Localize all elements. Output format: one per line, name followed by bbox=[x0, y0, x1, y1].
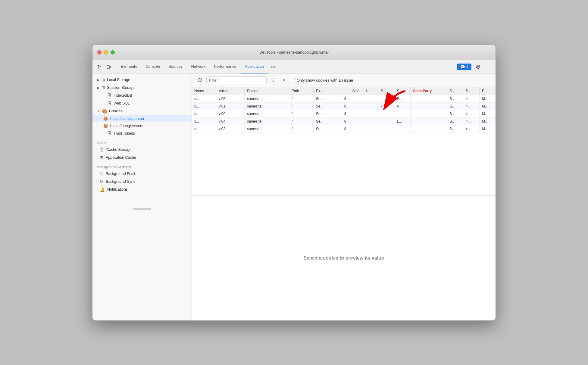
close-button[interactable] bbox=[97, 50, 102, 55]
cache-storage-label: Cache Storage bbox=[106, 148, 131, 152]
tab-more-button[interactable]: >> bbox=[268, 60, 278, 73]
table-cell bbox=[394, 110, 411, 118]
table-cell bbox=[378, 125, 394, 133]
table-cell: samesite... bbox=[245, 118, 289, 125]
tab-sources[interactable]: Sources bbox=[164, 60, 187, 73]
issues-button[interactable]: 💬 4 bbox=[457, 64, 471, 70]
window-title: DevTools - samesite-sandbox.glitch.me/ bbox=[259, 50, 329, 55]
tab-console[interactable]: Console bbox=[141, 60, 164, 73]
table-cell: 4... bbox=[463, 125, 479, 133]
main-layout: ▶ ⊞ Local Storage ▶ ⊞ Session Storage 🗄 … bbox=[92, 73, 496, 320]
table-cell: vl01 bbox=[216, 103, 245, 110]
filter-icon[interactable] bbox=[269, 76, 277, 84]
table-cell: 8 bbox=[342, 125, 362, 133]
cookie-samesite-icon: 🍪 bbox=[103, 117, 108, 121]
titlebar: DevTools - samesite-sandbox.glitch.me/ bbox=[92, 45, 496, 60]
col-header-sameparty[interactable]: SameParty bbox=[411, 87, 447, 95]
table-cell bbox=[362, 110, 378, 118]
sidebar-item-background-sync[interactable]: ↻ Background Sync bbox=[92, 178, 192, 186]
application-cache-label: Application Cache bbox=[106, 155, 136, 160]
col-header-size[interactable]: Size bbox=[342, 87, 362, 95]
col-header-s1[interactable]: S... bbox=[378, 87, 394, 95]
inspect-icon[interactable] bbox=[95, 63, 103, 71]
sidebar-item-cookies[interactable]: ▼ 🍪 Cookies bbox=[92, 107, 192, 115]
cookies-samesite-label: https://samesite-san bbox=[110, 117, 144, 121]
col-header-expires[interactable]: Ex... bbox=[313, 87, 342, 95]
tab-application[interactable]: Application bbox=[241, 60, 268, 73]
sidebar-item-cookies-google[interactable]: 🍪 https://googlechrom bbox=[92, 122, 192, 129]
sidebar-item-background-fetch[interactable]: ⇅ Background Fetch bbox=[92, 170, 192, 178]
table-body: c...vl05samesite.../Se...8S...S..4...M..… bbox=[192, 95, 496, 133]
table-cell: / bbox=[289, 118, 314, 125]
preview-message: Select a cookie to preview its value bbox=[303, 255, 384, 261]
web-sql-icon: 🗄 bbox=[107, 101, 111, 106]
table-cell bbox=[411, 110, 447, 118]
table-cell: Se... bbox=[313, 103, 342, 110]
table-cell: M.. bbox=[479, 110, 496, 118]
sidebar-item-local-storage[interactable]: ▶ ⊞ Local Storage bbox=[92, 76, 192, 84]
refresh-button[interactable] bbox=[195, 76, 204, 84]
sidebar-item-trust-tokens[interactable]: 🗄 Trust Tokens bbox=[92, 129, 192, 137]
table-cell bbox=[411, 95, 447, 103]
tab-elements[interactable]: Elements bbox=[117, 60, 141, 73]
tab-actions: 💬 4 ⋮ bbox=[457, 63, 493, 71]
issues-filter-checkbox[interactable] bbox=[291, 78, 295, 82]
tab-network[interactable]: Network bbox=[187, 60, 210, 73]
sidebar-item-web-sql[interactable]: 🗄 Web SQL bbox=[92, 99, 192, 107]
table-row[interactable]: c...vl03samesite.../Se...8S..4...M.. bbox=[192, 125, 496, 133]
col-header-h[interactable]: H... bbox=[362, 87, 378, 95]
col-header-s4[interactable]: S... bbox=[463, 87, 479, 95]
filter-input[interactable] bbox=[206, 76, 267, 84]
chevron-down-icon: ▼ bbox=[97, 110, 100, 113]
table-cell: M.. bbox=[479, 103, 496, 110]
table-row[interactable]: c...vl01samesite.../Se...8✓N...S..4...M.… bbox=[192, 103, 496, 110]
table-cell: 4... bbox=[463, 103, 479, 110]
background-sync-icon: ↻ bbox=[100, 179, 103, 184]
sidebar-item-application-cache[interactable]: ⊞ Application Cache bbox=[92, 154, 192, 161]
table-cell: vl00 bbox=[216, 110, 245, 118]
cookies-table: Name Value Domain Path Ex... Size H... S… bbox=[192, 87, 496, 133]
traffic-lights bbox=[97, 50, 115, 55]
table-row[interactable]: c...vl00samesite.../Se...8S..4...M.. bbox=[192, 110, 496, 118]
table-cell: S.. bbox=[447, 118, 463, 125]
settings-icon[interactable] bbox=[474, 63, 482, 71]
table-row[interactable]: c...vl04samesite.../Se...8L...S..4...M.. bbox=[192, 118, 496, 125]
table-cell: c... bbox=[192, 103, 216, 110]
issues-filter-label: Only show cookies with an issue bbox=[297, 78, 353, 83]
col-header-value[interactable]: Value bbox=[216, 87, 245, 95]
table-cell: M.. bbox=[479, 118, 496, 125]
sidebar-item-session-storage[interactable]: ▶ ⊞ Session Storage bbox=[92, 84, 192, 92]
trust-tokens-label: Trust Tokens bbox=[114, 131, 135, 136]
minimize-button[interactable] bbox=[104, 50, 108, 55]
table-cell: samesite... bbox=[245, 110, 289, 118]
col-header-s3[interactable]: S... bbox=[447, 87, 463, 95]
tab-performance[interactable]: Performance bbox=[210, 60, 240, 73]
table-cell: S.. bbox=[447, 110, 463, 118]
sidebar-item-cookies-samesite[interactable]: 🍪 https://samesite-san bbox=[92, 115, 192, 122]
col-header-p[interactable]: P... bbox=[479, 87, 496, 95]
sidebar-item-notifications[interactable]: 🔔 Notifications bbox=[92, 186, 192, 193]
clear-filter-button[interactable]: × bbox=[280, 76, 288, 84]
sidebar-item-indexeddb[interactable]: 🗄 IndexedDB bbox=[92, 92, 192, 99]
device-icon[interactable] bbox=[105, 63, 113, 71]
indexeddb-label: IndexedDB bbox=[114, 93, 132, 98]
cookie-preview-area: Select a cookie to preview its value bbox=[192, 195, 496, 320]
maximize-button[interactable] bbox=[111, 50, 115, 55]
cache-section-label: Cache bbox=[92, 137, 192, 146]
col-header-name[interactable]: Name bbox=[192, 87, 216, 95]
col-header-path[interactable]: Path bbox=[289, 87, 314, 95]
table-row[interactable]: c...vl05samesite.../Se...8S...S..4...M.. bbox=[192, 95, 496, 103]
issues-icon: 💬 bbox=[460, 64, 465, 69]
sidebar-item-cache-storage[interactable]: 🗄 Cache Storage bbox=[92, 146, 192, 154]
chevron-right-icon: ▶ bbox=[97, 78, 100, 82]
cookies-icon: 🍪 bbox=[102, 109, 107, 114]
col-header-domain[interactable]: Domain bbox=[245, 87, 289, 95]
col-header-s2[interactable]: S... bbox=[394, 87, 411, 95]
table-cell: / bbox=[289, 95, 314, 103]
table-cell: 4... bbox=[463, 95, 479, 103]
table-cell: samesite... bbox=[245, 95, 289, 103]
sidebar-scrollbar[interactable] bbox=[133, 208, 151, 210]
tab-icon-group bbox=[95, 63, 113, 71]
more-options-icon[interactable]: ⋮ bbox=[485, 63, 493, 71]
web-sql-label: Web SQL bbox=[114, 101, 130, 105]
